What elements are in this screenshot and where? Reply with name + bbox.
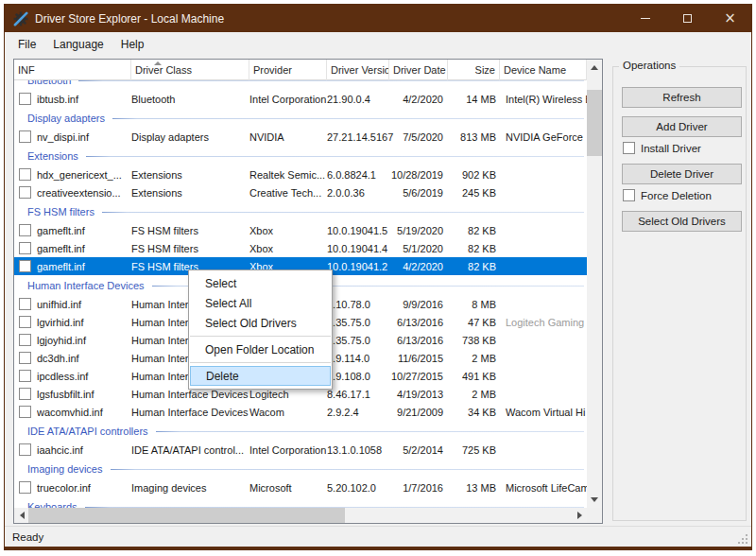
scroll-up-button[interactable] [587,60,602,76]
table-row[interactable]: gameflt.infFS HSM filtersXbox10.0.19041.… [14,221,587,239]
row-checkbox[interactable] [19,224,31,236]
cell-date: 9/9/2016 [389,299,448,310]
cell-inf: lgvirhid.inf [37,317,131,328]
close-button[interactable]: × [709,5,751,32]
cell-date: 4/19/2013 [389,389,448,400]
cell-size: 13 MB [448,482,500,494]
resize-grip[interactable] [738,534,740,536]
cell-date: 10/28/2019 [389,169,448,181]
group-row: Bluetooth [14,80,587,90]
cell-dev: Intel(R) Wireless B [500,94,587,105]
row-checkbox[interactable] [19,93,31,105]
row-checkbox[interactable] [19,168,31,181]
cell-ver: 21.90.0.4 [327,94,389,105]
cell-ver: 1.9.108.0 [327,371,389,382]
column-header-inf[interactable]: INF [14,60,131,80]
cell-cls: Display adapters [131,131,249,143]
select-old-drivers-button[interactable]: Select Old Drivers [622,211,742,232]
cell-size: 34 KB [448,407,500,418]
table-row[interactable]: creativeextensio...ExtensionsCreative Te… [14,183,587,201]
cell-date: 9/21/2009 [389,407,448,418]
table-row[interactable]: gameflt.infFS HSM filtersXbox10.0.19041.… [14,239,587,257]
row-checkbox[interactable] [19,481,31,494]
maximize-button[interactable] [666,5,709,32]
table-row[interactable]: nv_dispi.infDisplay adaptersNVIDIA27.21.… [14,128,587,146]
scroll-right-button[interactable] [572,508,587,523]
row-checkbox[interactable] [19,260,31,272]
row-checkbox[interactable] [19,388,31,400]
window-title: Driver Store Explorer - Local Machine [35,12,224,26]
group-divider-line [78,80,584,81]
cell-size: 725 KB [448,444,500,456]
table-row[interactable]: ibtusb.infBluetoothIntel Corporation21.9… [14,90,587,108]
row-checkbox[interactable] [19,316,31,328]
group-divider-line [86,156,584,157]
cell-date: 7/5/2020 [389,131,448,143]
column-header-size[interactable]: Size [448,60,500,80]
vertical-scroll-thumb[interactable] [587,90,602,156]
table-row[interactable]: iaahcic.infIDE ATA/ATAPI control...Intel… [14,441,587,459]
column-header-device-name[interactable]: Device Name [500,60,587,80]
row-checkbox[interactable] [19,186,31,199]
context-menu-select-all[interactable]: Select All [189,293,332,313]
row-checkbox[interactable] [19,370,31,382]
cell-cls: Imaging devices [131,482,249,494]
column-header-driver-class[interactable]: Driver Class [131,60,249,80]
column-header-driver-version[interactable]: Driver Version [327,60,389,80]
install-driver-label: Install Driver [641,143,701,154]
cell-prov: Microsoft [249,482,327,494]
column-header-provider[interactable]: Provider [249,60,327,80]
scroll-down-button[interactable] [587,492,602,508]
group-row: Imaging devices [14,459,587,478]
refresh-button[interactable]: Refresh [622,87,742,108]
row-checkbox[interactable] [19,352,31,364]
row-checkbox[interactable] [19,443,31,456]
context-menu-select-old-drivers[interactable]: Select Old Drivers [189,313,332,333]
table-row[interactable]: truecolor.infImaging devicesMicrosoft5.2… [14,478,587,496]
column-header-driver-date[interactable]: Driver Date [389,60,448,80]
group-divider-line [112,118,584,119]
cell-inf: gameflt.inf [37,225,131,236]
cell-size: 813 MB [448,131,500,143]
group-row: Display adapters [14,108,587,128]
horizontal-scrollbar[interactable] [14,508,587,523]
add-driver-button[interactable]: Add Driver [622,116,742,137]
force-deletion-checkbox[interactable] [623,189,635,201]
cell-size: 47 KB [448,317,500,328]
vertical-scrollbar[interactable] [587,60,602,508]
cell-cls: Bluetooth [131,94,249,105]
row-checkbox[interactable] [19,298,31,310]
menu-file[interactable]: File [9,32,44,56]
context-menu-delete[interactable]: Delete [190,366,331,386]
cell-prov: Creative Tech... [249,187,327,199]
horizontal-scroll-thumb[interactable] [28,508,345,523]
table-row[interactable]: wacomvhid.infHuman Interface DevicesWaco… [14,403,587,421]
row-checkbox[interactable] [19,406,31,418]
context-menu-select[interactable]: Select [189,273,332,293]
cell-prov: Wacom [249,407,327,418]
row-checkbox[interactable] [19,242,31,254]
cell-date: 6/13/2016 [389,335,448,346]
minimize-button[interactable] [624,5,666,32]
cell-inf: hdx_genericext_... [37,169,131,181]
group-row: FS HSM filters [14,201,587,221]
cell-cls: Extensions [131,169,249,181]
status-text: Ready [12,531,43,543]
context-menu-open-folder-location[interactable]: Open Folder Location [189,339,332,359]
cell-ver: 10.0.19041.5 [327,225,389,236]
minimize-icon [641,18,650,19]
menu-help[interactable]: Help [112,32,153,56]
install-driver-checkbox[interactable] [623,142,635,154]
group-label: Display adapters [27,113,105,124]
table-row[interactable]: hdx_genericext_...ExtensionsRealtek Semi… [14,165,587,183]
row-checkbox[interactable] [19,334,31,346]
menu-language[interactable]: Language [44,32,112,56]
install-driver-checkbox-row: Install Driver [623,142,701,154]
cell-prov: Intel Corporation [249,94,327,105]
group-label: Bluetooth [27,80,71,86]
cell-date: 10/27/2015 [389,371,448,382]
delete-driver-button[interactable]: Delete Driver [622,164,742,184]
row-checkbox[interactable] [19,130,31,143]
scroll-left-button[interactable] [14,508,29,523]
cell-size: 82 KB [448,243,500,254]
